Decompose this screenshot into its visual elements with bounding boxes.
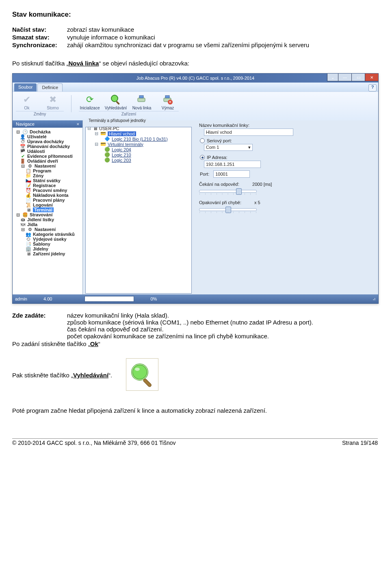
input-ip[interactable]: 192.168.1.251 bbox=[204, 161, 261, 168]
window-minimize-button[interactable]: — bbox=[338, 74, 351, 81]
resize-icon[interactable]: ⠴ bbox=[373, 296, 376, 302]
combo-com[interactable]: Com 1 ▾ bbox=[204, 144, 253, 151]
users-icon: 👥 bbox=[26, 232, 31, 237]
gear-icon: ⚙ bbox=[27, 163, 33, 168]
term-l204[interactable]: 🟢Logic 204 bbox=[87, 147, 190, 152]
def-label: Načíst stav: bbox=[12, 26, 67, 33]
zone-icon: 📁 bbox=[26, 173, 31, 178]
input-nazev[interactable]: Hlavní vchod bbox=[204, 128, 293, 136]
pc-icon: 🖥 bbox=[93, 126, 98, 131]
def-text: zobrazí stav komunikace bbox=[67, 26, 378, 33]
val-cekani: 2000 [ms] bbox=[252, 182, 272, 187]
def-row-sync: Synchronizace: zahájí okamžitou synchron… bbox=[12, 41, 378, 48]
menu-definice[interactable]: Definice bbox=[37, 83, 63, 91]
slider-cekani[interactable]: ||||||||||| bbox=[199, 190, 257, 193]
nav-title: Navigace × bbox=[13, 120, 82, 128]
nav-nastaveni2[interactable]: ⊟⚙Nastavení bbox=[14, 227, 81, 232]
section-heading: Stav komunikace: bbox=[12, 11, 378, 19]
ribbon-group-zarizeni: Zařízení bbox=[79, 111, 179, 116]
magnifier-image bbox=[126, 358, 158, 391]
card-icon: 💳 bbox=[100, 131, 106, 136]
input-port[interactable]: 10001 bbox=[213, 170, 250, 178]
def-text: vynuluje informace o komunikaci bbox=[67, 34, 378, 41]
nav-kategorie[interactable]: 👥Kategorie strávníků bbox=[14, 232, 81, 237]
nav-udalosti[interactable]: 🏴Události bbox=[14, 149, 81, 154]
calendar-icon: 📅 bbox=[20, 144, 26, 149]
term-l210[interactable]: 🟢Logic 210 bbox=[87, 152, 190, 157]
statusbar: admin 4.00 0% ⠴ bbox=[13, 294, 378, 303]
nav-evidence[interactable]: ✔Evidence přítomnosti bbox=[14, 154, 81, 159]
window-close-button[interactable]: ✕ bbox=[365, 74, 378, 81]
nav-useky[interactable]: ⏲Výdejové úseky bbox=[14, 237, 81, 242]
app-screenshot: Job Abacus Pro (R) v4.00 (C) GACC spol. … bbox=[12, 73, 378, 304]
nav-plany[interactable]: 📄Pracovní plány bbox=[14, 198, 81, 203]
svg-rect-3 bbox=[139, 96, 143, 98]
status-version: 4.00 bbox=[43, 296, 52, 301]
nav-jidla[interactable]: 🍽Jídla bbox=[14, 222, 81, 227]
progressbar bbox=[84, 296, 134, 302]
ribbon-init-button[interactable]: ⟳ Inicializace bbox=[79, 94, 101, 110]
gear-icon: ⚙ bbox=[27, 227, 33, 232]
radio-icon bbox=[200, 155, 205, 160]
nav-zony[interactable]: 📁Zóny bbox=[14, 173, 81, 178]
nav-dochazka[interactable]: ⊟🕒Docházka bbox=[14, 129, 81, 134]
help-button[interactable]: ? bbox=[368, 84, 377, 91]
label-nazev: Název komunikační linky: bbox=[199, 123, 373, 128]
nav-nastaveni[interactable]: ⊟⚙Nastavení bbox=[14, 163, 81, 168]
search-icon bbox=[110, 94, 122, 106]
nav-registrace[interactable]: 📝Registrace bbox=[14, 183, 81, 188]
app-icon: 📋 bbox=[26, 168, 31, 173]
nav-planovani[interactable]: 📅Plánování docházky bbox=[14, 144, 81, 149]
nav-nakladova[interactable]: 💰Nákladová konta bbox=[14, 193, 81, 198]
nav-logovani[interactable]: 📜Logování bbox=[14, 203, 81, 207]
ribbon-delete-button[interactable]: ✕ Výmaz bbox=[157, 94, 179, 110]
text: Po stisknutí tlačítka „ bbox=[12, 60, 68, 67]
device-icon: 🔷 bbox=[104, 136, 110, 142]
nav-close-icon[interactable]: × bbox=[77, 122, 79, 126]
chevron-down-icon: ▾ bbox=[248, 145, 251, 150]
device-icon: 🟢 bbox=[104, 152, 110, 157]
svg-rect-2 bbox=[138, 98, 145, 102]
term-virtual[interactable]: ⊟💳Virtuální terminály bbox=[87, 142, 190, 147]
term-hlavni[interactable]: ⊟💳Hlavní vchod bbox=[87, 131, 190, 136]
zde-label: Zde zadáte: bbox=[12, 312, 67, 340]
label-cekani: Čekání na odpověď: bbox=[199, 182, 239, 187]
nav-listky[interactable]: 🎟Jídlení lístky bbox=[14, 217, 81, 222]
nav-jidelny[interactable]: 🏢Jídelny bbox=[14, 246, 81, 251]
radio-ip[interactable]: IP Adresa: bbox=[200, 155, 373, 160]
nav-program[interactable]: 📋Program bbox=[14, 168, 81, 173]
reg-icon: 📝 bbox=[26, 183, 31, 188]
delete-icon: ✕ bbox=[162, 94, 174, 106]
nav-sablony[interactable]: 📑Šablony bbox=[14, 242, 81, 246]
ribbon-storno-button[interactable]: ✖ Storno bbox=[42, 94, 64, 110]
nav-smeny[interactable]: ⏰Pracovní směny bbox=[14, 188, 81, 193]
nav-ovladani[interactable]: 🚪Ovládání dveří bbox=[14, 159, 81, 163]
nav-stravovani[interactable]: ⊟🍔Stravování bbox=[14, 212, 81, 217]
door-icon: 🚪 bbox=[20, 159, 26, 163]
nav-svatky[interactable]: 🇨🇿Státní svátky bbox=[14, 178, 81, 183]
menu-soubor[interactable]: Soubor bbox=[14, 83, 37, 91]
nav-zarizeni[interactable]: 🖥Zařízení jídelny bbox=[14, 251, 81, 256]
slider-opak[interactable]: ||||||||||| bbox=[199, 208, 257, 211]
nav-uprava[interactable]: ⏱Úprava docházky bbox=[14, 139, 81, 144]
term-l210bio[interactable]: 🔷Logic 210 Bio (L210 1 0x31) bbox=[87, 136, 190, 142]
window-reveal-button[interactable]: ⌄ bbox=[327, 74, 338, 81]
status-progress: 0% bbox=[150, 296, 157, 301]
ribbon-newlink-button[interactable]: Nová linka bbox=[131, 94, 153, 110]
term-userpc[interactable]: ⊟🖥USER-PC bbox=[87, 126, 190, 131]
newlink-icon bbox=[136, 94, 148, 106]
svg-rect-1 bbox=[116, 101, 120, 105]
val-opak: x 5 bbox=[254, 200, 260, 205]
ribbon-ok-button[interactable]: ✔ Ok bbox=[16, 94, 38, 110]
para-nova-linka: Po stisknutí tlačítka „Nová linka“ se ob… bbox=[12, 60, 378, 67]
radio-serial[interactable]: Seriový port: bbox=[200, 138, 373, 143]
nav-uzivatele[interactable]: 👤Uživatelé bbox=[14, 134, 81, 139]
footer-right: Strana 19/148 bbox=[342, 440, 378, 446]
nav-terminal[interactable]: 🖥Terminál bbox=[14, 207, 81, 212]
term-l203[interactable]: 🟢Logic 203 bbox=[87, 157, 190, 163]
window-maximize-button[interactable]: ▭ bbox=[351, 74, 365, 81]
shift-icon: ⏰ bbox=[26, 188, 31, 193]
ribbon-search-button[interactable]: Vyhledávání bbox=[105, 94, 127, 110]
zde-line-a: název komunikační linky (Hala sklad). bbox=[67, 312, 313, 319]
zde-line-d: počet opakování komunikace se zařízeními… bbox=[67, 333, 313, 340]
